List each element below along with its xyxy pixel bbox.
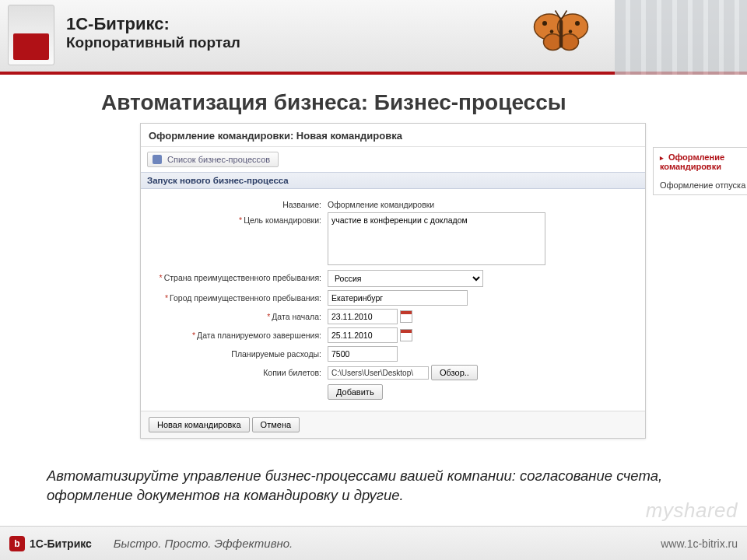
window-title: Оформление командировки: Новая командиро… (141, 124, 645, 147)
row-goal: *Цель командировки: участие в конференци… (149, 212, 637, 267)
brand-line2: Корпоративный портал (66, 34, 240, 51)
footer-tagline: Быстро. Просто. Эффективно. (114, 537, 293, 550)
product-box-image (8, 5, 54, 65)
row-city: *Город преимущественного пребывания: (149, 290, 637, 306)
city-input[interactable] (328, 290, 468, 306)
process-sidebar: ▸ Оформление командировки Оформление отп… (653, 147, 747, 195)
butterfly-icon (531, 9, 591, 56)
value-name: Оформление командировки (328, 197, 637, 209)
section-header: Запуск нового бизнес-процесса (141, 172, 645, 189)
label-goal: *Цель командировки: (149, 212, 328, 225)
expenses-input[interactable] (328, 346, 398, 362)
sidebar-item-vacation[interactable]: Оформление отпуска (654, 176, 747, 194)
goal-textarea[interactable]: участие в конференции с докладом (328, 212, 545, 265)
label-country: *Страна преимущественного пребывания: (149, 270, 328, 282)
app-window: Оформление командировки: Новая командиро… (140, 123, 646, 439)
process-form: Название: Оформление командировки *Цель … (141, 189, 645, 411)
bitrix-logo-icon: b (9, 536, 25, 551)
end-date-input[interactable] (328, 327, 398, 343)
row-start-date: *Дата начала: (149, 309, 637, 324)
process-list-button[interactable]: Список бизнес-процессов (147, 152, 279, 167)
label-start-date: *Дата начала: (149, 309, 328, 321)
svg-point-5 (542, 21, 547, 26)
list-icon (153, 155, 162, 164)
country-select[interactable]: Россия (328, 270, 483, 287)
brand-text: 1С-Битрикс: Корпоративный портал (66, 14, 240, 51)
form-footer: Новая командировка Отмена (141, 411, 645, 438)
sidebar-item-label: Оформление отпуска (660, 180, 745, 190)
page-footer: b 1С-Битрикс Быстро. Просто. Эффективно.… (0, 526, 747, 560)
watermark: myshared (646, 499, 738, 523)
svg-point-6 (575, 21, 580, 26)
svg-point-7 (550, 30, 554, 33)
calendar-icon[interactable] (400, 329, 412, 341)
sidebar-item-trip[interactable]: ▸ Оформление командировки (654, 148, 747, 176)
label-name: Название: (149, 197, 328, 209)
sidebar-item-label: Оформление командировки (660, 152, 724, 171)
label-end-date: *Дата планируемого завершения: (149, 327, 328, 340)
label-city: *Город преимущественного пребывания: (149, 290, 328, 303)
submit-button[interactable]: Новая командировка (149, 417, 250, 432)
add-file-button[interactable]: Добавить (328, 384, 383, 400)
row-country: *Страна преимущественного пребывания: Ро… (149, 270, 637, 287)
file-path: C:\Users\User\Desktop\ (328, 366, 429, 380)
process-list-label: Список бизнес-процессов (167, 155, 270, 164)
footer-brand: 1С-Битрикс (30, 537, 92, 550)
calendar-icon[interactable] (400, 310, 412, 323)
row-end-date: *Дата планируемого завершения: (149, 327, 637, 343)
row-expenses: Планируемые расходы: (149, 346, 637, 362)
slide-title: Автоматизация бизнеса: Бизнес-процессы (101, 90, 747, 115)
city-skyline-image (615, 0, 747, 75)
browse-button[interactable]: Обзор.. (431, 365, 478, 380)
row-tickets: Копии билетов: C:\Users\User\Desktop\ Об… (149, 365, 637, 400)
slide-caption: Автоматизируйте управление бизнес-процес… (47, 467, 700, 506)
toolbar: Список бизнес-процессов (141, 147, 645, 172)
brand-line1: 1С-Битрикс: (66, 14, 240, 34)
label-tickets: Копии билетов: (149, 365, 328, 377)
brand-header: 1С-Битрикс: Корпоративный портал (0, 0, 747, 75)
start-date-input[interactable] (328, 309, 398, 324)
label-expenses: Планируемые расходы: (149, 346, 328, 359)
active-marker-icon: ▸ (660, 154, 664, 162)
svg-point-8 (569, 30, 573, 33)
cancel-button[interactable]: Отмена (252, 417, 300, 432)
row-name: Название: Оформление командировки (149, 197, 637, 209)
footer-site-url: www.1c-bitrix.ru (661, 537, 738, 550)
svg-rect-4 (559, 20, 563, 48)
